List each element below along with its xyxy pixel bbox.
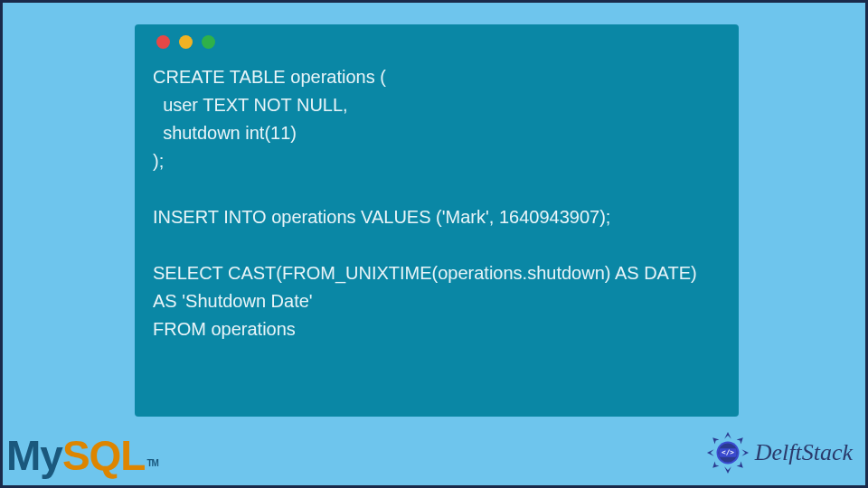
svg-marker-7	[736, 462, 742, 468]
mysql-logo-tm: TM	[146, 458, 157, 468]
delftstack-badge-icon: </>	[706, 431, 750, 474]
code-content: CREATE TABLE operations ( user TEXT NOT …	[153, 63, 721, 343]
code-window: CREATE TABLE operations ( user TEXT NOT …	[135, 24, 739, 417]
svg-marker-6	[712, 462, 719, 468]
minimize-icon[interactable]	[179, 35, 193, 49]
svg-text:</>: </>	[722, 448, 734, 456]
delftstack-logo: </> DelftStack	[706, 431, 853, 474]
svg-marker-4	[712, 437, 719, 444]
close-icon[interactable]	[156, 35, 170, 49]
svg-marker-2	[707, 449, 714, 456]
mysql-logo-my: My	[6, 432, 62, 479]
mysql-logo: MySQLTM	[6, 431, 158, 480]
svg-marker-0	[724, 432, 731, 439]
svg-marker-5	[736, 437, 742, 444]
window-titlebar	[156, 35, 721, 49]
svg-marker-3	[741, 449, 749, 456]
delftstack-text: DelftStack	[755, 439, 853, 466]
svg-marker-1	[724, 466, 731, 474]
maximize-icon[interactable]	[202, 35, 215, 49]
mysql-logo-sql: SQL	[62, 432, 146, 479]
